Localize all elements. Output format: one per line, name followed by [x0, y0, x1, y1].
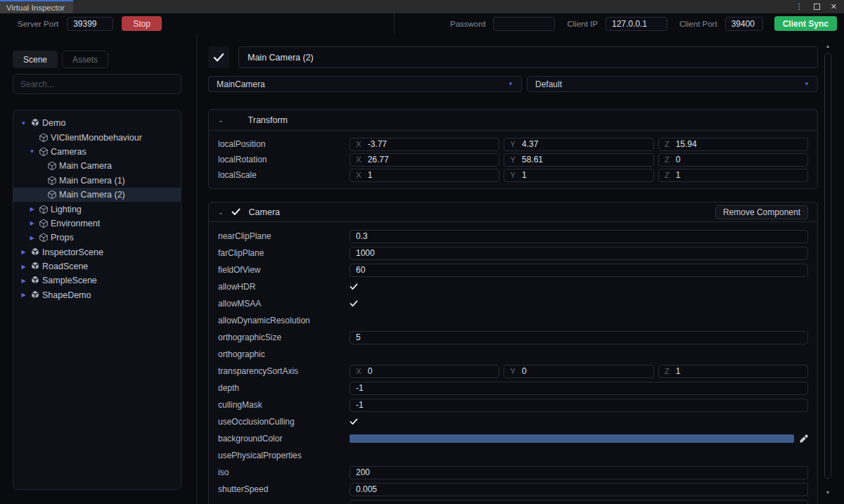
z-field[interactable]: Z	[658, 365, 808, 378]
gameobject-cube-icon	[38, 204, 49, 214]
y-axis-label: Y	[510, 367, 516, 375]
property-row-fieldofview: fieldOfView	[218, 261, 808, 278]
password-input[interactable]	[493, 17, 555, 31]
maximize-icon[interactable]	[814, 4, 820, 10]
x-value-input[interactable]	[368, 155, 494, 164]
tab-assets[interactable]: Assets	[62, 51, 108, 68]
allowhdr-checkbox[interactable]	[350, 283, 358, 290]
menu-dots-icon[interactable]: ⋮	[795, 2, 803, 11]
backgroundcolor-swatch[interactable]	[350, 434, 794, 443]
arrow-collapsed-icon[interactable]: ▶	[19, 278, 28, 284]
property-label: orthographic	[218, 349, 350, 359]
property-row-usephysicalproperties: usePhysicalProperties	[218, 447, 808, 464]
tree-item-main-camera-2[interactable]: Main Camera (2)	[13, 188, 181, 202]
property-input[interactable]	[350, 500, 808, 504]
tree-item-viclientmonobehaviour[interactable]: VIClientMonobehaviour	[13, 130, 181, 144]
allowmsaa-checkbox[interactable]	[350, 300, 358, 307]
property-label: transparencySortAxis	[218, 366, 350, 376]
x-value-input[interactable]	[368, 170, 494, 180]
tree-item-roadscene[interactable]: ▶RoadScene	[13, 259, 181, 273]
tree-item-main-camera-1[interactable]: Main Camera (1)	[13, 174, 181, 188]
z-field[interactable]: Z	[658, 169, 808, 182]
server-port-label: Server Port	[18, 20, 58, 28]
layer-dropdown[interactable]: Default ▼	[527, 76, 818, 92]
scene-tree: ▼DemoVIClientMonobehaviour▼CamerasMain C…	[13, 110, 181, 490]
tree-item-samplescene[interactable]: ▶SampleScene	[13, 273, 181, 287]
iso-input[interactable]	[350, 466, 808, 479]
client-port-input[interactable]	[725, 17, 763, 31]
tree-item-label: SampleScene	[42, 276, 97, 285]
arrow-collapsed-icon[interactable]: ▶	[19, 249, 28, 255]
y-value-input[interactable]	[522, 139, 648, 149]
tree-item-inspectorscene[interactable]: ▶InspectorScene	[13, 245, 181, 259]
x-field[interactable]: X	[350, 153, 499, 167]
fieldofview-input[interactable]	[350, 264, 808, 277]
y-field[interactable]: Y	[504, 153, 653, 167]
unity-scene-icon	[30, 276, 40, 286]
z-field[interactable]: Z	[658, 138, 808, 151]
shutterspeed-input[interactable]	[350, 483, 808, 496]
scrollbar-thumb[interactable]	[824, 53, 831, 479]
x-field[interactable]: X	[350, 169, 499, 182]
z-value-input[interactable]	[676, 366, 802, 376]
server-port-input[interactable]	[67, 17, 113, 31]
y-value-input[interactable]	[522, 366, 648, 376]
y-field[interactable]: Y	[504, 169, 653, 182]
arrow-collapsed-icon[interactable]: ▶	[27, 206, 37, 212]
tag-dropdown[interactable]: MainCamera ▼	[208, 76, 522, 92]
y-value-input[interactable]	[522, 155, 648, 164]
z-axis-label: Z	[665, 171, 670, 179]
arrow-collapsed-icon[interactable]: ▶	[27, 220, 37, 226]
client-ip-input[interactable]	[606, 17, 667, 31]
active-checkbox[interactable]	[208, 46, 229, 68]
tree-item-demo[interactable]: ▼Demo	[13, 116, 181, 130]
farclipplane-input[interactable]	[350, 247, 808, 260]
stop-button[interactable]: Stop	[122, 16, 162, 31]
arrow-expanded-icon[interactable]: ▼	[27, 148, 37, 155]
y-field[interactable]: Y	[504, 138, 653, 151]
cullingmask-input[interactable]	[350, 399, 808, 412]
client-sync-button[interactable]: Client Sync	[774, 16, 837, 31]
y-field[interactable]: Y	[504, 365, 653, 378]
tab-scene[interactable]: Scene	[13, 51, 58, 68]
tree-item-environment[interactable]: ▶Environment	[13, 217, 181, 231]
close-icon[interactable]: ✕	[831, 2, 837, 11]
orthographicsize-input[interactable]	[350, 331, 808, 344]
x-field[interactable]: X	[350, 138, 499, 151]
collapse-chevron-icon[interactable]: ⌄	[218, 117, 224, 124]
window-title: Virtual Inspector	[6, 4, 65, 12]
tree-item-props[interactable]: ▶Props	[13, 231, 181, 245]
check-icon	[213, 53, 224, 63]
search-input[interactable]	[13, 74, 181, 94]
arrow-collapsed-icon[interactable]: ▶	[19, 292, 28, 298]
x-field[interactable]: X	[350, 365, 499, 378]
x-value-input[interactable]	[368, 366, 494, 376]
y-value-input[interactable]	[522, 170, 648, 180]
tree-item-shapedemo[interactable]: ▶ShapeDemo	[13, 288, 181, 302]
tree-item-cameras[interactable]: ▼Cameras	[13, 145, 181, 159]
property-row-allowdynamicresolution: allowDynamicResolution	[218, 312, 808, 329]
x-value-input[interactable]	[368, 139, 494, 149]
eyedropper-icon[interactable]	[800, 434, 808, 443]
scroll-down-icon[interactable]: ▼	[826, 490, 831, 496]
camera-enabled-checkbox[interactable]	[231, 208, 241, 216]
scroll-up-icon[interactable]: ▲	[826, 44, 831, 49]
z-field[interactable]: Z	[658, 153, 808, 167]
z-value-input[interactable]	[676, 155, 802, 164]
depth-input[interactable]	[350, 382, 808, 395]
property-label: shutterSpeed	[218, 484, 350, 494]
object-name-input[interactable]	[238, 46, 818, 68]
arrow-collapsed-icon[interactable]: ▶	[19, 264, 28, 270]
remove-component-button[interactable]: Remove Component	[715, 205, 808, 219]
z-value-input[interactable]	[676, 139, 802, 149]
nearclipplane-input[interactable]	[350, 230, 808, 243]
collapse-chevron-icon[interactable]: ⌄	[218, 209, 224, 216]
arrow-collapsed-icon[interactable]: ▶	[27, 235, 37, 241]
tree-item-lighting[interactable]: ▶Lighting	[13, 202, 181, 216]
arrow-expanded-icon[interactable]: ▼	[19, 120, 28, 127]
window-title-tab[interactable]: Virtual Inspector	[0, 0, 73, 13]
useocclusionculling-checkbox[interactable]	[350, 418, 358, 425]
property-row-transparencysortaxis: transparencySortAxisXYZ	[218, 363, 808, 380]
z-value-input[interactable]	[676, 170, 802, 180]
tree-item-main-camera[interactable]: Main Camera	[13, 159, 181, 173]
